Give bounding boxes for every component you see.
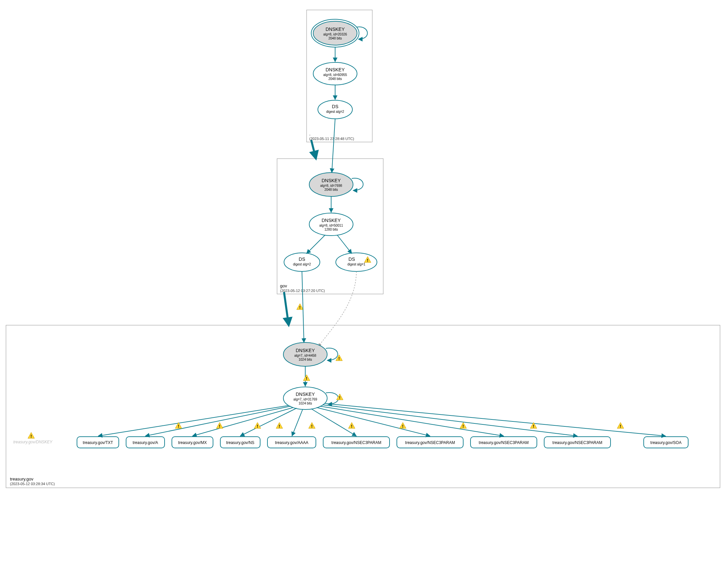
self-loop-gov-ksk — [352, 178, 363, 190]
warning-icon — [28, 433, 35, 439]
edge-ds1-tgksk — [302, 271, 304, 342]
svg-text:digest alg=2: digest alg=2 — [293, 262, 311, 266]
svg-text:2048 bits: 2048 bits — [328, 37, 342, 40]
svg-text:alg=7, id=31769: alg=7, id=31769 — [293, 398, 317, 401]
rrset-r0[interactable]: treasury.gov/TXT — [77, 437, 119, 448]
svg-text:DNSKEY: DNSKEY — [325, 26, 345, 32]
warning-icon — [297, 303, 303, 310]
rrset-r7[interactable]: treasury.gov/NSEC3PARAM — [470, 437, 537, 448]
self-loop-tg-zsk — [326, 393, 338, 404]
node-root-zsk[interactable]: DNSKEY alg=8, id=60955 2048 bits — [313, 62, 357, 85]
svg-text:DNSKEY: DNSKEY — [321, 178, 341, 183]
edge-zsk-r2 — [192, 407, 293, 436]
node-tg-ksk[interactable]: DNSKEY alg=7, id=4458 1024 bits — [283, 342, 327, 366]
svg-text:digest alg=1: digest alg=1 — [347, 262, 366, 266]
svg-text:treasury.gov/NSEC3PARAM: treasury.gov/NSEC3PARAM — [479, 440, 529, 445]
rrset-r2[interactable]: treasury.gov/MX — [172, 437, 213, 448]
svg-text:treasury.gov/TXT: treasury.gov/TXT — [83, 440, 113, 445]
node-gov-ds2[interactable]: DS digest alg=1 — [336, 253, 377, 271]
svg-text:treasury.gov/NSEC3PARAM: treasury.gov/NSEC3PARAM — [332, 440, 381, 445]
svg-text:alg=8, id=20326: alg=8, id=20326 — [323, 33, 347, 36]
rrset-r4[interactable]: treasury.gov/AAAA — [268, 437, 316, 448]
warning-icon — [617, 422, 624, 429]
edge-govzsk-ds1 — [306, 235, 325, 253]
edge-zsk-r0 — [98, 405, 289, 436]
svg-text:treasury.gov/A: treasury.gov/A — [133, 440, 158, 445]
zone-treasury — [6, 325, 720, 488]
edge-zsk-r5 — [311, 409, 356, 436]
svg-text:treasury.gov/MX: treasury.gov/MX — [178, 440, 207, 445]
svg-text:treasury.gov/SOA: treasury.gov/SOA — [651, 440, 682, 445]
zone-treasury-label: treasury.gov — [10, 477, 34, 482]
edge-govzsk-ds2 — [337, 235, 352, 253]
rrset-r3[interactable]: treasury.gov/NS — [220, 437, 260, 448]
dnssec-graph: ! . (2023-05-11 23:28:48 UTC) gov (2023-… — [0, 0, 725, 588]
node-root-ds[interactable]: DS digest alg=2 — [318, 100, 353, 119]
self-loop-tg-ksk — [326, 348, 338, 360]
warning-icon — [276, 422, 283, 429]
warning-icon — [254, 422, 261, 429]
node-gov-ksk[interactable]: DNSKEY alg=8, id=7698 2048 bits — [309, 172, 353, 196]
svg-text:1280 bits: 1280 bits — [324, 228, 338, 231]
warning-icon — [460, 422, 467, 429]
warning-icon — [400, 422, 406, 429]
edge-ds2-tgksk-dashed — [319, 271, 356, 346]
svg-text:treasury.gov/NSEC3PARAM: treasury.gov/NSEC3PARAM — [552, 440, 602, 445]
edge-rootds-govksk — [332, 119, 335, 172]
rrset-r6[interactable]: treasury.gov/NSEC3PARAM — [397, 437, 463, 448]
greyed-dnskey-label: treasury.gov/DNSKEY — [13, 440, 53, 444]
svg-text:1024 bits: 1024 bits — [299, 358, 312, 361]
rrset-r5[interactable]: treasury.gov/NSEC3PARAM — [323, 437, 389, 448]
svg-point-11 — [318, 100, 353, 119]
delegation-root-gov — [311, 140, 316, 159]
delegation-gov-treasury — [284, 292, 289, 325]
zone-gov-label: gov — [280, 284, 287, 288]
rrset-r8[interactable]: treasury.gov/NSEC3PARAM — [544, 437, 611, 448]
zone-root-label: . — [309, 131, 311, 136]
warning-icon — [348, 422, 355, 429]
node-gov-ds1[interactable]: DS digest alg=2 — [284, 253, 320, 271]
edge-zsk-r1 — [145, 406, 291, 436]
svg-text:treasury.gov/NSEC3PARAM: treasury.gov/NSEC3PARAM — [405, 440, 455, 445]
svg-text:2048 bits: 2048 bits — [324, 188, 338, 191]
node-root-ksk[interactable]: DNSKEY alg=8, id=20326 2048 bits — [311, 19, 359, 47]
svg-text:DNSKEY: DNSKEY — [325, 67, 345, 72]
svg-text:alg=8, id=60955: alg=8, id=60955 — [323, 73, 347, 77]
svg-text:treasury.gov/AAAA: treasury.gov/AAAA — [275, 440, 308, 445]
rrset-r9[interactable]: treasury.gov/SOA — [644, 437, 688, 448]
svg-text:digest alg=2: digest alg=2 — [326, 110, 344, 113]
svg-text:treasury.gov/NS: treasury.gov/NS — [226, 440, 254, 445]
svg-text:DS: DS — [348, 256, 355, 262]
warning-icon — [337, 394, 343, 400]
svg-text:alg=8, id=7698: alg=8, id=7698 — [320, 184, 342, 188]
warning-icon — [336, 355, 342, 361]
edge-zsk-r4 — [292, 410, 303, 436]
node-gov-zsk[interactable]: DNSKEY alg=8, id=50011 1280 bits — [309, 213, 353, 236]
zone-treasury-date: (2023-05-12 03:28:34 UTC) — [10, 482, 55, 486]
svg-text:alg=8, id=50011: alg=8, id=50011 — [319, 224, 343, 227]
edge-zsk-r3 — [240, 408, 297, 436]
warning-icon — [216, 422, 223, 429]
edge-zsk-r9 — [325, 403, 666, 436]
warning-icon — [308, 422, 315, 429]
svg-text:DS: DS — [332, 104, 338, 109]
svg-text:DNSKEY: DNSKEY — [296, 348, 315, 353]
svg-text:alg=7, id=4458: alg=7, id=4458 — [294, 354, 317, 357]
svg-text:1024 bits: 1024 bits — [299, 401, 312, 405]
svg-point-22 — [284, 253, 320, 271]
zone-root-date: (2023-05-11 23:28:48 UTC) — [309, 137, 354, 141]
edge-zsk-r8 — [322, 405, 577, 436]
svg-text:DS: DS — [299, 256, 305, 262]
svg-text:DNSKEY: DNSKEY — [321, 218, 341, 223]
svg-text:2048 bits: 2048 bits — [328, 77, 342, 81]
warning-icon — [303, 375, 310, 381]
rrset-r1[interactable]: treasury.gov/A — [126, 437, 165, 448]
svg-text:DNSKEY: DNSKEY — [296, 392, 315, 397]
